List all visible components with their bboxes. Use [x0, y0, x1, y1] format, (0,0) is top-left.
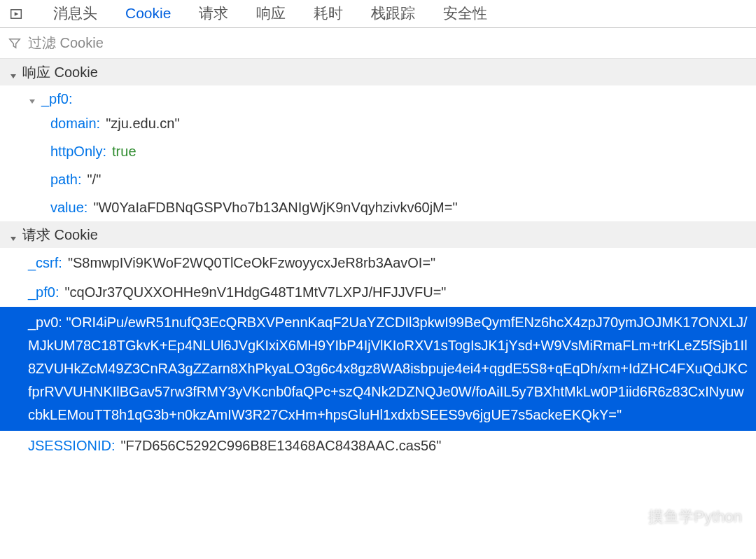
- prop-value: "zju.edu.cn": [106, 109, 179, 137]
- prop-key: value:: [50, 193, 88, 221]
- tab-stacktrace[interactable]: 栈跟踪: [357, 0, 429, 30]
- request-cookie-header[interactable]: 请求 Cookie: [0, 221, 756, 248]
- svg-point-6: [634, 515, 641, 522]
- prop-value: "W0YaIaFDBNqGSPVho7b13ANIgWjK9nVqyhzivkv…: [93, 193, 457, 221]
- tab-timing[interactable]: 耗时: [300, 0, 357, 30]
- tab-response[interactable]: 响应: [242, 0, 300, 30]
- prop-key: httpOnly:: [50, 137, 106, 165]
- svg-marker-1: [15, 12, 19, 16]
- svg-marker-4: [10, 237, 16, 241]
- tabs-bar: 消息头 Cookie 请求 响应 耗时 栈跟踪 安全性: [0, 0, 756, 28]
- request-cookie-title: 请求 Cookie: [22, 226, 98, 244]
- chevron-down-icon: [9, 230, 18, 240]
- cookie-name: _pf0:: [41, 91, 72, 107]
- filter-row: 过滤 Cookie: [0, 28, 756, 59]
- cookie-value: "S8mwpIVi9KWoF2WQ0TlCeOkFzwoyycxJeR8rb3A…: [68, 248, 435, 277]
- tab-headers[interactable]: 消息头: [39, 0, 111, 30]
- cookie-value: "cqOJr37QUXXOHHe9nV1HdgG48T1MtV7LXPJ/HFJ…: [64, 277, 446, 307]
- prop-key: domain:: [50, 109, 100, 137]
- request-cookie-content: _csrf: "S8mwpIVi9KWoF2WQ0TlCeOkFzwoyycxJ…: [0, 248, 756, 460]
- chevron-down-icon: [9, 68, 18, 77]
- cookie-value: "F7D656C5292C996B8E13468AC8438AAC.cas56": [120, 431, 441, 460]
- svg-marker-3: [29, 99, 35, 104]
- cookie-key: _pv0:: [28, 315, 62, 330]
- response-cookie-title: 响应 Cookie: [22, 63, 98, 82]
- tab-cookie[interactable]: Cookie: [111, 0, 185, 29]
- cookie-jsessionid[interactable]: JSESSIONID: "F7D656C5292C996B8E13468AC84…: [0, 431, 756, 460]
- watermark-text: 摸鱼学Python: [648, 506, 743, 527]
- cookie-key: JSESSIONID:: [28, 431, 115, 460]
- filter-input[interactable]: 过滤 Cookie: [28, 34, 104, 53]
- cookie-group-pf0[interactable]: _pf0:: [28, 91, 756, 107]
- cookie-csrf[interactable]: _csrf: "S8mwpIVi9KWoF2WQ0TlCeOkFzwoyycxJ…: [0, 248, 756, 277]
- wechat-icon: [626, 509, 643, 525]
- tab-security[interactable]: 安全性: [429, 0, 501, 30]
- chevron-down-icon: [28, 95, 37, 104]
- cookie-key: _csrf:: [28, 248, 62, 277]
- response-cookie-header[interactable]: 响应 Cookie: [0, 59, 756, 85]
- tab-request[interactable]: 请求: [185, 0, 242, 30]
- prop-value: "/": [87, 165, 101, 193]
- svg-marker-2: [10, 74, 16, 78]
- cookie-value: "ORI4iPu/ewR51nufQ3EcQRBXVPennKaqF2UaYZC…: [28, 315, 748, 422]
- filter-icon: [8, 37, 21, 50]
- prop-key: path:: [50, 165, 81, 193]
- prop-httponly[interactable]: httpOnly: true: [50, 137, 756, 165]
- cookie-pv0-selected[interactable]: _pv0: "ORI4iPu/ewR51nufQ3EcQRBXVPennKaqF…: [0, 307, 756, 431]
- watermark: 摸鱼学Python: [626, 506, 743, 527]
- prop-path[interactable]: path: "/": [50, 165, 756, 193]
- prop-domain[interactable]: domain: "zju.edu.cn": [50, 109, 756, 137]
- prop-value: true: [112, 137, 136, 165]
- prop-value[interactable]: value: "W0YaIaFDBNqGSPVho7b13ANIgWjK9nVq…: [50, 193, 756, 221]
- response-cookie-content: _pf0: domain: "zju.edu.cn" httpOnly: tru…: [0, 85, 756, 221]
- cookie-key: _pf0:: [28, 277, 59, 307]
- cookie-pf0[interactable]: _pf0: "cqOJr37QUXXOHHe9nV1HdgG48T1MtV7LX…: [0, 277, 756, 307]
- cookie-props: domain: "zju.edu.cn" httpOnly: true path…: [28, 109, 756, 221]
- toggle-pane-icon[interactable]: [8, 6, 24, 22]
